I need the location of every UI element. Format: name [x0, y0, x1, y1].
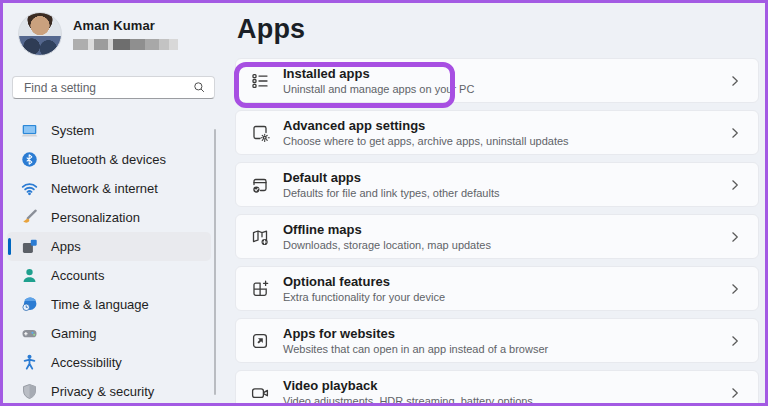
- row-title: Installed apps: [283, 66, 728, 81]
- sidebar-item-label: Bluetooth & devices: [51, 152, 166, 167]
- row-title: Video playback: [283, 378, 728, 393]
- sidebar-item-time-language[interactable]: Time & language: [7, 290, 211, 319]
- chevron-right-icon: [728, 334, 742, 348]
- row-subtitle: Downloads, storage location, map updates: [283, 239, 728, 251]
- sidebar-item-personalization[interactable]: Personalization: [7, 203, 211, 232]
- sidebar-item-apps[interactable]: Apps: [7, 232, 211, 261]
- video-playback-icon: [250, 383, 270, 403]
- settings-row-video-playback[interactable]: Video playback Video adjustments, HDR st…: [235, 370, 759, 406]
- settings-row-offline-maps[interactable]: Offline maps Downloads, storage location…: [235, 214, 759, 259]
- optional-features-icon: [250, 279, 270, 299]
- sidebar-item-label: Accounts: [51, 268, 104, 283]
- row-subtitle: Video adjustments, HDR streaming, batter…: [283, 395, 728, 406]
- sidebar-item-label: System: [51, 123, 94, 138]
- installed-apps-icon: [250, 71, 270, 91]
- sidebar-item-label: Time & language: [51, 297, 149, 312]
- apps-for-websites-icon: [250, 331, 270, 351]
- gaming-icon: [21, 325, 38, 342]
- sidebar-item-bluetooth-devices[interactable]: Bluetooth & devices: [7, 145, 211, 174]
- row-title: Offline maps: [283, 222, 728, 237]
- offline-maps-icon: [250, 227, 270, 247]
- sidebar-item-gaming[interactable]: Gaming: [7, 319, 211, 348]
- page-title: Apps: [237, 14, 761, 45]
- default-apps-icon: [250, 175, 270, 195]
- row-title: Optional features: [283, 274, 728, 289]
- account-section[interactable]: Aman Kumar: [18, 12, 178, 56]
- settings-rows: Installed apps Uninstall and manage apps…: [233, 58, 761, 406]
- row-subtitle: Uninstall and manage apps on your PC: [283, 83, 728, 95]
- sidebar-nav: System Bluetooth & devices Network & int…: [7, 116, 211, 406]
- sidebar-item-privacy-security[interactable]: Privacy & security: [7, 377, 211, 406]
- accounts-icon: [21, 267, 38, 284]
- sidebar-item-label: Personalization: [51, 210, 140, 225]
- sidebar-item-label: Gaming: [51, 326, 97, 341]
- row-title: Default apps: [283, 170, 728, 185]
- sidebar-item-accessibility[interactable]: Accessibility: [7, 348, 211, 377]
- row-subtitle: Defaults for file and link types, other …: [283, 187, 728, 199]
- selected-indicator: [8, 238, 11, 255]
- search-input[interactable]: [24, 81, 193, 95]
- accessibility-icon: [21, 354, 38, 371]
- bluetooth-icon: [21, 151, 38, 168]
- avatar: [18, 12, 62, 56]
- sidebar-item-label: Network & internet: [51, 181, 158, 196]
- account-email-redacted: [73, 39, 178, 50]
- privacy-security-icon: [21, 383, 38, 400]
- chevron-right-icon: [728, 230, 742, 244]
- chevron-right-icon: [728, 178, 742, 192]
- sidebar-item-network-internet[interactable]: Network & internet: [7, 174, 211, 203]
- sidebar-item-label: Accessibility: [51, 355, 122, 370]
- personalization-icon: [21, 209, 38, 226]
- settings-row-apps-for-websites[interactable]: Apps for websites Websites that can open…: [235, 318, 759, 363]
- network-icon: [21, 180, 38, 197]
- settings-row-default-apps[interactable]: Default apps Defaults for file and link …: [235, 162, 759, 207]
- chevron-right-icon: [728, 282, 742, 296]
- row-subtitle: Extra functionality for your device: [283, 291, 728, 303]
- row-title: Advanced app settings: [283, 118, 728, 133]
- sidebar-item-system[interactable]: System: [7, 116, 211, 145]
- settings-window: Aman Kumar: [0, 0, 768, 406]
- settings-row-optional-features[interactable]: Optional features Extra functionality fo…: [235, 266, 759, 311]
- chevron-right-icon: [728, 386, 742, 400]
- advanced-app-settings-icon: [250, 123, 270, 143]
- main-content: Apps Installed apps Uninstall and manage…: [233, 3, 761, 406]
- apps-icon: [21, 238, 38, 255]
- settings-row-installed-apps[interactable]: Installed apps Uninstall and manage apps…: [235, 58, 759, 103]
- sidebar-item-accounts[interactable]: Accounts: [7, 261, 211, 290]
- row-subtitle: Websites that can open in an app instead…: [283, 343, 728, 355]
- chevron-right-icon: [728, 126, 742, 140]
- search-icon: [193, 81, 206, 94]
- search-box[interactable]: [12, 76, 215, 99]
- account-name: Aman Kumar: [73, 18, 178, 33]
- row-title: Apps for websites: [283, 326, 728, 341]
- chevron-right-icon: [728, 74, 742, 88]
- system-icon: [21, 122, 38, 139]
- settings-row-advanced-app-settings[interactable]: Advanced app settings Choose where to ge…: [235, 110, 759, 155]
- sidebar-item-label: Apps: [51, 239, 81, 254]
- row-subtitle: Choose where to get apps, archive apps, …: [283, 135, 728, 147]
- time-language-icon: [21, 296, 38, 313]
- sidebar-item-label: Privacy & security: [51, 384, 154, 399]
- sidebar: Aman Kumar: [3, 3, 227, 403]
- sidebar-scrollbar[interactable]: [214, 129, 216, 395]
